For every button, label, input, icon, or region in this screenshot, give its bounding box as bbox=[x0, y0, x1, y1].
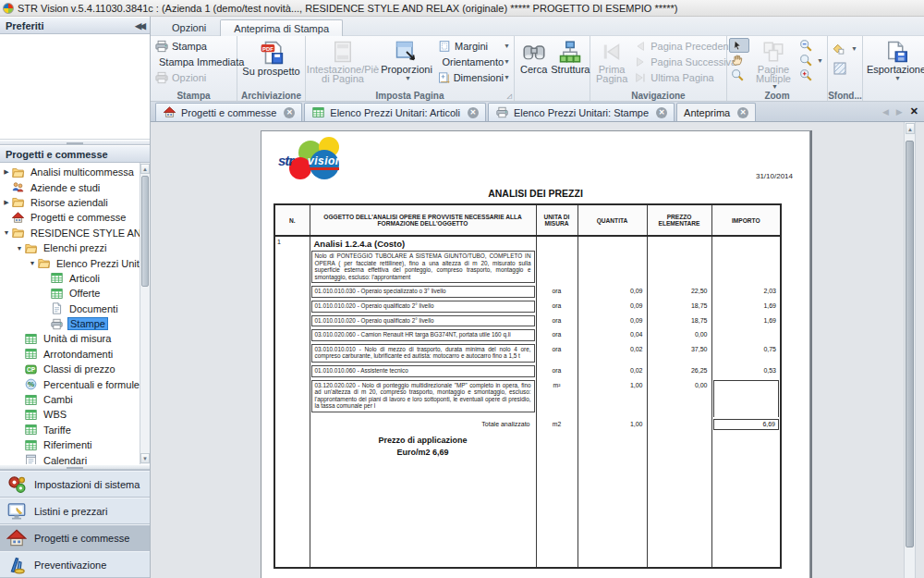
tree-item-documenti[interactable]: Documenti bbox=[0, 301, 140, 316]
close-tab-icon[interactable]: ✕ bbox=[468, 107, 479, 118]
tree-scroll-thumb[interactable] bbox=[141, 176, 149, 287]
close-tab-icon[interactable]: ✕ bbox=[656, 107, 667, 118]
row-description: 01.010.010.060 - Assistente tecnico bbox=[311, 365, 535, 377]
tree-item-arrotondamenti[interactable]: Arrotondamenti bbox=[0, 347, 140, 362]
ultima-pagina-button: Ultima Pagina bbox=[631, 69, 740, 85]
doc-tab-anteprima[interactable]: Anteprima✕ bbox=[676, 103, 756, 121]
magnifier-tool-button[interactable] bbox=[729, 68, 749, 82]
orientamento-button[interactable]: Orientamento▼ bbox=[435, 54, 513, 69]
folder-icon bbox=[11, 166, 25, 178]
tree-item-stampe[interactable]: Stampe bbox=[0, 316, 140, 331]
tree-item-label: Analisi multicommessa bbox=[29, 166, 136, 178]
sidebar-nav-listini-e-prezzari[interactable]: Listini e prezzari bbox=[0, 498, 150, 524]
tree-item-progetti-e-commesse[interactable]: Progetti e commesse bbox=[0, 210, 140, 225]
preview-scrollbar[interactable]: ▲ bbox=[904, 122, 916, 578]
tree-item-calendari[interactable]: Calendari bbox=[0, 452, 140, 464]
tree-item-label: Unità di misura bbox=[42, 333, 113, 344]
tree-item-wbs[interactable]: WBS bbox=[0, 407, 140, 422]
tree-item-risorse-aziendali[interactable]: ▶Risorse aziendali bbox=[0, 195, 140, 210]
sidebar-splitter[interactable] bbox=[0, 140, 150, 145]
group-label-imposta-pagina: Imposta Pagina bbox=[306, 91, 514, 101]
percent-icon bbox=[24, 378, 38, 390]
tree-item-cambi[interactable]: Cambi bbox=[0, 392, 140, 407]
chevron-expanded-icon[interactable]: ▼ bbox=[2, 229, 11, 236]
tree-item-elenco-prezzi-unitari[interactable]: ▼Elenco Prezzi Unitari bbox=[0, 255, 140, 270]
pointer-tool-button[interactable] bbox=[729, 38, 749, 53]
doc-tab-progetti-e-commesse[interactable]: Progetti e commesse✕ bbox=[155, 103, 302, 121]
home-icon bbox=[6, 529, 27, 547]
tab-opzioni[interactable]: Opzioni bbox=[158, 18, 220, 35]
chevron-expanded-icon[interactable]: ▼ bbox=[15, 245, 24, 252]
tree-item-percentuali-e-formule[interactable]: Percentuali e formule bbox=[0, 376, 140, 391]
col-prezzo-elementare: PREZZO ELEMENTARE bbox=[647, 204, 711, 236]
window-title: STR Vision v.5.4.11030.3841c : (Azienda … bbox=[18, 3, 677, 14]
tree-item-label: Percentuali e formule bbox=[42, 379, 141, 390]
tree-item-residence-style-and-re[interactable]: ▼RESIDENCE STYLE AND RE... bbox=[0, 226, 140, 240]
stampa-button[interactable]: Stampa bbox=[152, 38, 235, 54]
doc-tab-elenco-prezzi-unitari-stampe[interactable]: Elenco Prezzi Unitari: Stampe✕ bbox=[488, 103, 675, 121]
esportazione-button[interactable]: Esportazione ▼ bbox=[865, 38, 924, 92]
filigrana-button[interactable] bbox=[830, 58, 860, 79]
close-tab-icon[interactable]: ✕ bbox=[737, 107, 748, 118]
document-icon bbox=[50, 302, 64, 314]
zoom-out-button[interactable] bbox=[797, 38, 825, 53]
doc-tab-label: Progetti e commesse bbox=[181, 107, 276, 118]
group-label-archiviazione: Archiviazione bbox=[237, 91, 305, 101]
cerca-button[interactable]: Cerca bbox=[517, 38, 551, 92]
pagine-multiple-button: Pagine Multiple▼ bbox=[749, 38, 797, 92]
pagina-precedente-button: Pagina Precedente bbox=[631, 38, 740, 54]
table-row: 01.010.010.020 - Operaio qualificato 2° … bbox=[274, 300, 781, 314]
margini-button[interactable]: Margini▼ bbox=[435, 38, 513, 54]
struttura-button[interactable]: Struttura bbox=[551, 38, 590, 92]
doc-tab-label: Elenco Prezzi Unitari: Stampe bbox=[514, 107, 649, 118]
tab-anteprima-di-stampa[interactable]: Anteprima di Stampa bbox=[220, 19, 343, 36]
tree-item-unit-di-misura[interactable]: Unità di misura bbox=[0, 331, 140, 346]
folder-icon bbox=[24, 242, 38, 254]
collapse-sidebar-icon[interactable]: ◀◀ bbox=[135, 21, 144, 31]
tree-item-analisi-multicommessa[interactable]: ▶Analisi multicommessa bbox=[0, 165, 140, 179]
row-description: 03.120.020.020 - Nolo di ponteggio multi… bbox=[311, 380, 535, 412]
chevron-collapsed-icon[interactable]: ▶ bbox=[2, 199, 11, 206]
close-tab-icon[interactable]: ✕ bbox=[284, 107, 295, 118]
tree-scroll-up-icon[interactable]: ▲ bbox=[140, 164, 150, 174]
doc-tab-label: Elenco Prezzi Unitari: Articoli bbox=[330, 107, 460, 118]
tab-scroll-right-icon[interactable]: ▶ bbox=[896, 107, 903, 117]
tree-scrollbar[interactable]: ▲ ▼ bbox=[140, 163, 150, 464]
prezzo-applicazione-row: Prezzo di applicazione Euro/m2 6,69 bbox=[274, 431, 781, 459]
tab-scroll-left-icon[interactable]: ◀ bbox=[882, 107, 889, 117]
imposta-pagina-launcher-icon[interactable]: ◿ bbox=[507, 92, 512, 100]
tree-item-classi-di-prezzo[interactable]: Classi di prezzo bbox=[0, 362, 140, 376]
sidebar-splitter-2[interactable] bbox=[0, 464, 150, 470]
dimensioni-button[interactable]: Dimensioni▼ bbox=[435, 69, 513, 85]
doc-tab-elenco-prezzi-unitari-articoli[interactable]: Elenco Prezzi Unitari: Articoli✕ bbox=[304, 103, 486, 121]
hand-tool-button[interactable] bbox=[729, 53, 749, 68]
tree-item-offerte[interactable]: Offerte bbox=[0, 286, 140, 301]
tree-item-elenchi-prezzi[interactable]: ▼Elenchi prezzi bbox=[0, 240, 140, 255]
chevron-expanded-icon[interactable]: ▼ bbox=[28, 260, 37, 266]
chevron-collapsed-icon[interactable]: ▶ bbox=[2, 168, 11, 176]
close-document-icon[interactable]: ✕ bbox=[910, 105, 918, 117]
zoom-level-button[interactable]: ▼ bbox=[797, 53, 825, 68]
proporzioni-button[interactable]: Proporzioni ▼ bbox=[378, 38, 435, 92]
preferiti-panel bbox=[0, 34, 150, 140]
row-description: 01.010.010.030 - Operaio specializzato o… bbox=[311, 286, 535, 298]
tree-scroll-down-icon[interactable]: ▼ bbox=[140, 453, 150, 463]
sidebar-nav-progetti-e-commesse[interactable]: Progetti e commesse bbox=[0, 524, 150, 551]
tree-item-articoli[interactable]: Articoli bbox=[0, 271, 140, 286]
zoom-in-button[interactable] bbox=[797, 68, 825, 82]
app-window: STR Vision v.5.4.11030.3841c : (Azienda … bbox=[0, 0, 924, 578]
tree-item-tariffe[interactable]: Tariffe bbox=[0, 423, 140, 437]
table-icon bbox=[24, 394, 38, 406]
tree-item-aziende-e-studi[interactable]: Aziende e studi bbox=[0, 179, 140, 194]
tree-item-label: Cambi bbox=[42, 394, 75, 405]
sidebar-nav-preventivazione[interactable]: Preventivazione bbox=[0, 551, 150, 578]
preview-scroll-thumb[interactable] bbox=[906, 141, 914, 547]
su-prospetto-button[interactable]: Su prospetto bbox=[239, 38, 303, 92]
colore-sfondo-button[interactable]: ▼ bbox=[830, 38, 860, 58]
stampa-immediata-button[interactable]: Stampa Immediata bbox=[152, 54, 235, 69]
preferiti-header: Preferiti ◀◀ bbox=[0, 17, 150, 34]
preferiti-title: Preferiti bbox=[6, 20, 44, 31]
tree-item-riferimenti[interactable]: Riferimenti bbox=[0, 437, 140, 452]
preview-scroll-up-icon[interactable]: ▲ bbox=[906, 123, 915, 134]
sidebar-nav-impostazioni-di-sistema[interactable]: Impostazioni di sistema bbox=[0, 471, 150, 498]
